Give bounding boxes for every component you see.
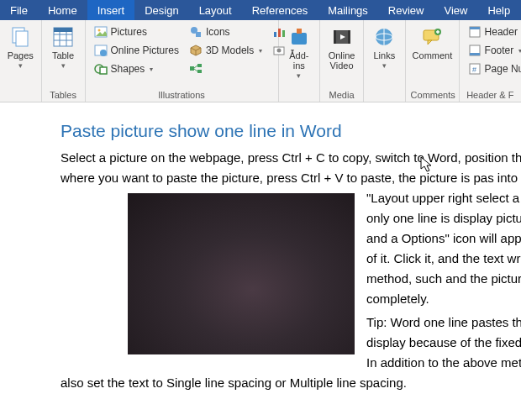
shapes-button[interactable]: Shapes ▾: [91, 60, 182, 77]
svg-rect-7: [54, 28, 72, 32]
online-video-button[interactable]: Online Video: [325, 24, 358, 72]
links-button[interactable]: Links ▾: [369, 24, 400, 71]
pictures-button[interactable]: Pictures: [91, 24, 182, 40]
tab-file[interactable]: File: [0, 0, 38, 20]
tab-help[interactable]: Help: [477, 0, 520, 20]
svg-point-9: [97, 29, 100, 32]
group-links: Links ▾: [364, 20, 406, 102]
group-comments: Comment Comments: [406, 20, 460, 102]
smartart-icon: [189, 62, 203, 76]
chevron-down-icon: ▾: [150, 66, 153, 73]
icons-icon: [189, 25, 203, 39]
group-pages: Pages ▾: [0, 20, 42, 102]
tab-review[interactable]: Review: [378, 0, 434, 20]
svg-rect-13: [100, 67, 107, 74]
header-icon: [468, 25, 482, 39]
group-label-comments: Comments: [411, 88, 454, 100]
footer-icon: [468, 44, 482, 57]
online-pictures-button[interactable]: Online Pictures: [91, 42, 182, 59]
table-icon: [51, 25, 75, 49]
group-label-illustrations: Illustrations: [91, 88, 273, 100]
online-video-icon: [330, 25, 354, 49]
group-tables: Table ▾ Tables: [42, 20, 86, 102]
page-number-button[interactable]: # Page Nu: [465, 60, 521, 77]
page-number-icon: #: [468, 62, 482, 76]
chevron-down-icon: ▾: [18, 61, 23, 70]
tab-design[interactable]: Design: [134, 0, 188, 20]
tab-view[interactable]: View: [434, 0, 477, 20]
pages-button[interactable]: Pages ▾: [5, 24, 36, 71]
tab-references[interactable]: References: [242, 0, 318, 20]
group-label-headerfooter: Header & F: [465, 88, 516, 100]
3d-models-button[interactable]: 3D Models ▾: [186, 42, 266, 59]
chevron-down-icon: ▾: [382, 61, 387, 70]
svg-rect-45: [470, 53, 480, 55]
svg-text:#: #: [472, 66, 476, 74]
comment-button[interactable]: Comment: [411, 24, 455, 62]
svg-rect-31: [334, 30, 336, 44]
header-button[interactable]: Header▾: [465, 24, 521, 40]
addins-icon: [287, 25, 311, 49]
pages-icon: [8, 25, 32, 49]
pictures-icon: [94, 25, 108, 39]
svg-rect-32: [348, 30, 350, 44]
group-addins: Add- ins ▾: [279, 20, 321, 102]
tab-insert[interactable]: Insert: [87, 0, 135, 20]
document-canvas[interactable]: Paste picture show one line in Word Sele…: [0, 102, 521, 393]
pasted-picture[interactable]: [128, 193, 355, 354]
svg-rect-23: [274, 32, 276, 37]
footer-button[interactable]: Footer▾: [465, 42, 521, 59]
svg-rect-28: [292, 33, 307, 45]
svg-rect-19: [197, 64, 202, 67]
comment-icon: [420, 25, 444, 49]
svg-rect-18: [190, 66, 194, 71]
svg-rect-43: [470, 27, 480, 29]
chevron-down-icon: ▾: [61, 61, 66, 70]
group-label-tables: Tables: [47, 88, 80, 100]
svg-line-22: [194, 69, 197, 71]
svg-rect-29: [297, 29, 302, 34]
chevron-down-icon: ▾: [297, 71, 301, 80]
ribbon: Pages ▾ Table ▾ Tables Pictures: [0, 20, 521, 102]
icons-button[interactable]: Icons: [186, 24, 266, 40]
shapes-icon: [94, 62, 108, 76]
smartart-button[interactable]: [186, 60, 266, 77]
group-illustrations: Pictures Online Pictures Shapes ▾ Icons: [86, 20, 279, 102]
svg-rect-1: [16, 31, 28, 46]
tab-home[interactable]: Home: [38, 0, 87, 20]
addins-button[interactable]: Add- ins ▾: [284, 24, 315, 81]
online-pictures-icon: [94, 44, 108, 57]
tab-mailings[interactable]: Mailings: [318, 0, 378, 20]
tab-strip: File Home Insert Design Layout Reference…: [0, 0, 521, 20]
doc-body: Select a picture on the webpage, press C…: [61, 148, 521, 309]
table-button[interactable]: Table ▾: [47, 24, 80, 71]
svg-point-11: [100, 50, 107, 56]
group-media: Online Video Media: [320, 20, 364, 102]
chevron-down-icon: ▾: [259, 47, 262, 55]
group-header-footer: Header▾ Footer▾ # Page Nu Header & F: [460, 20, 521, 102]
3d-models-icon: [189, 44, 203, 57]
svg-line-21: [194, 66, 197, 68]
tab-layout[interactable]: Layout: [189, 0, 242, 20]
svg-rect-15: [196, 32, 201, 37]
links-icon: [372, 25, 396, 49]
svg-marker-38: [428, 40, 432, 45]
svg-rect-20: [197, 70, 202, 73]
group-label-media: Media: [325, 88, 358, 100]
doc-heading: Paste picture show one line in Word: [61, 121, 521, 141]
